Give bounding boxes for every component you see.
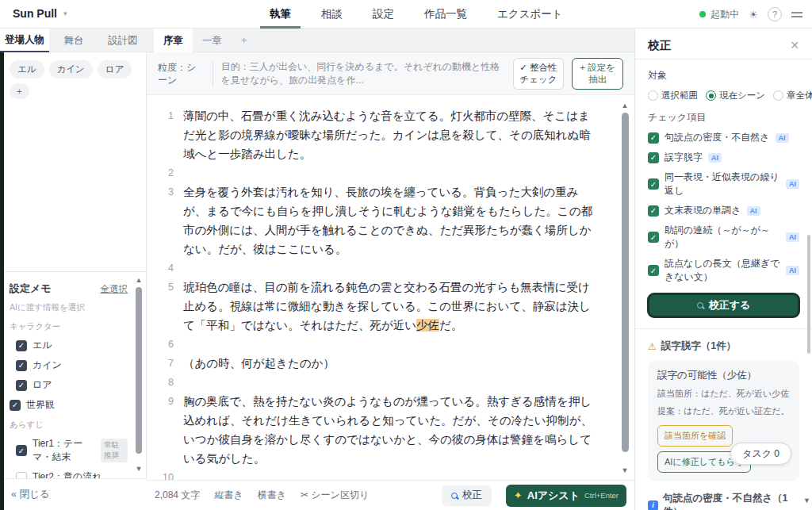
scroll-down-icon[interactable]: ▼ [803, 497, 810, 504]
menu-icon[interactable] [791, 12, 802, 17]
sidebar-tab-blueprint[interactable]: 設計図 [98, 29, 147, 52]
memo-title: 設定メモ [10, 282, 52, 296]
line-number: 4 [156, 259, 174, 278]
task-counter-pill[interactable]: タスク 0 [730, 443, 791, 465]
ai-assist-button[interactable]: ✦ AIアシスト Ctrl+Enter [506, 485, 626, 507]
collapse-label: 閉じる [19, 489, 49, 500]
manuscript-textarea[interactable]: 1薄闇の中、石畳が重く沈み込むような音を立てる。灯火都市の壁際、そこはまだ光と影… [147, 95, 634, 480]
check-repeated-expressions[interactable]: 同一表現・近似表現の繰り返し AI [648, 171, 799, 197]
checkbox-checked-icon [648, 232, 659, 243]
typo-highlight[interactable]: 少佐 [416, 319, 439, 332]
radio-whole-chapter[interactable]: 章全体 [773, 90, 812, 102]
check-typos[interactable]: 誤字脱字 AI [648, 151, 799, 164]
close-icon[interactable]: ✕ [790, 39, 799, 52]
extract-settings-button[interactable]: + 設定を抽出 [572, 58, 623, 90]
proof-panel-title: 校正 [648, 38, 671, 53]
line-text [183, 163, 598, 182]
tab-strip: 登場人物 舞台 設計図 序章 一章 + [0, 29, 634, 52]
scroll-down-icon[interactable]: ▼ [135, 465, 143, 473]
brightness-icon[interactable]: ☀ [749, 9, 758, 21]
line-number: 3 [156, 182, 174, 259]
radio-label: 現在シーン [719, 90, 765, 102]
ai-badge: AI [786, 179, 799, 189]
check-particle-repetition[interactable]: 助詞の連続（～が～が～が） AI [648, 224, 799, 251]
checkbox-checked-icon [16, 445, 27, 456]
consistency-check-button[interactable]: ✓ 整合性チェック [513, 58, 565, 90]
scroll-up-icon[interactable]: ▲ [135, 276, 143, 284]
nav-write[interactable]: 執筆 [266, 0, 294, 29]
memo-check-el[interactable]: エル [16, 339, 128, 352]
add-tab-button[interactable]: + [232, 29, 256, 52]
text-line: 8 [156, 373, 598, 392]
scroll-up-icon[interactable]: ▲ [620, 102, 630, 109]
character-chip[interactable]: カイン [49, 60, 93, 79]
memo-check-kain[interactable]: カイン [16, 359, 128, 372]
vertical-writing-toggle[interactable]: 縦書き [214, 489, 243, 502]
divider [635, 328, 812, 329]
editor-tab-chapter1[interactable]: 一章 [193, 29, 232, 52]
character-chip[interactable]: ロア [98, 60, 132, 79]
checkbox-checked-icon [648, 152, 659, 163]
radio-current-scene[interactable]: 現在シーン [706, 90, 765, 102]
scrollbar-thumb[interactable] [136, 287, 142, 454]
check-location-button[interactable]: 該当箇所を確認 [657, 425, 733, 447]
proof-scrollbar[interactable]: ▼ [806, 235, 811, 504]
memo-check-label: ロア [33, 378, 52, 392]
app-title-menu[interactable]: Sun Pull ▾ [13, 7, 67, 20]
check-long-sentences[interactable]: 読点なしの長文（息継ぎできない文） AI [648, 257, 799, 284]
nav-works[interactable]: 作品一覧 [421, 0, 470, 29]
nav-settings[interactable]: 設定 [370, 0, 397, 29]
memo-check-tier2[interactable]: Tier2：章の流れ [16, 470, 128, 478]
scrollbar-thumb[interactable] [807, 235, 810, 354]
sidebar-tab-characters[interactable]: 登場人物 [0, 29, 49, 52]
text-line: 9胸の奥底で、熱を持たない炎のようなものが燻っている。熱すぎる感情を押し込めれば… [156, 392, 598, 468]
editor-tab-prologue[interactable]: 序章 [154, 29, 193, 52]
sidebar-tab-stage[interactable]: 舞台 [49, 29, 98, 52]
line-text [183, 259, 598, 278]
memo-check-roa[interactable]: ロア [16, 378, 128, 392]
scene-break-button[interactable]: ✂ シーン区切り [301, 489, 369, 502]
check-label: 文末表現の単調さ [665, 204, 741, 217]
proofread-label: 校正 [462, 489, 482, 502]
warning-icon: ⚠ [648, 341, 657, 352]
proofread-button[interactable]: 校正 [442, 485, 492, 506]
checkbox-checked-icon [648, 265, 659, 276]
run-proofread-button[interactable]: 校正する [648, 293, 799, 317]
characters-group-label: キャラクター [10, 321, 128, 332]
result-heading-label: 句読点の密度・不自然さ（1件） [663, 492, 799, 510]
memo-check-tier1[interactable]: Tier1：テーマ・結末 常駐推奨 [16, 437, 128, 464]
scrollbar-thumb[interactable] [622, 113, 629, 452]
sparkle-icon: ✦ [514, 489, 523, 501]
check-monotonous-endings[interactable]: 文末表現の単調さ AI [648, 204, 799, 217]
nav-consult[interactable]: 相談 [318, 0, 346, 29]
add-character-button[interactable]: + [10, 83, 29, 99]
editor-footer-bar: 2,084 文字 縦書き 横書き ✂ シーン区切り 校正 ✦ AIアシスト Ct… [147, 480, 634, 510]
scroll-down-icon[interactable]: ▼ [620, 466, 630, 474]
check-punctuation-density[interactable]: 句読点の密度・不自然さ AI [648, 131, 799, 144]
memo-check-label: 世界観 [26, 398, 55, 412]
line-number: 10 [156, 468, 174, 480]
help-icon[interactable]: ? [768, 7, 782, 21]
radio-label: 選択範囲 [661, 90, 698, 102]
memo-check-label: カイン [33, 359, 62, 372]
select-all-link[interactable]: 全選択 [101, 283, 128, 295]
line-number: 7 [156, 354, 174, 373]
line-text: （あの時、何が起きたのか） [183, 354, 598, 373]
collapse-sidebar-button[interactable]: « 閉じる [11, 488, 50, 501]
line-text: 胸の奥底で、熱を持たない炎のようなものが燻っている。熱すぎる感情を押し込めれば、… [183, 392, 598, 468]
line-text [183, 335, 598, 354]
horizontal-writing-toggle[interactable]: 横書き [258, 489, 286, 502]
check-label: 同一表現・近似表現の繰り返し [665, 171, 780, 197]
checkbox-checked-icon [16, 360, 27, 371]
editor-scrollbar[interactable]: ▲ ▼ [620, 102, 630, 474]
radio-selection-range[interactable]: 選択範囲 [648, 90, 698, 102]
ai-badge: AI [708, 153, 722, 163]
memo-check-worldview[interactable]: 世界観 [10, 398, 128, 412]
memo-scrollbar[interactable]: ▲ ▼ [135, 276, 143, 473]
check-label: 助詞の連続（～が～が～が） [665, 224, 780, 251]
radio-label: 章全体 [787, 90, 812, 102]
editor-region: 粒度：シーン 目的：三人が出会い、同行を決めるまで。それぞれの動機と性格を見せな… [147, 52, 634, 510]
status-dot-icon [699, 11, 706, 17]
character-chip[interactable]: エル [10, 60, 44, 79]
nav-export[interactable]: エクスポート [494, 0, 566, 29]
